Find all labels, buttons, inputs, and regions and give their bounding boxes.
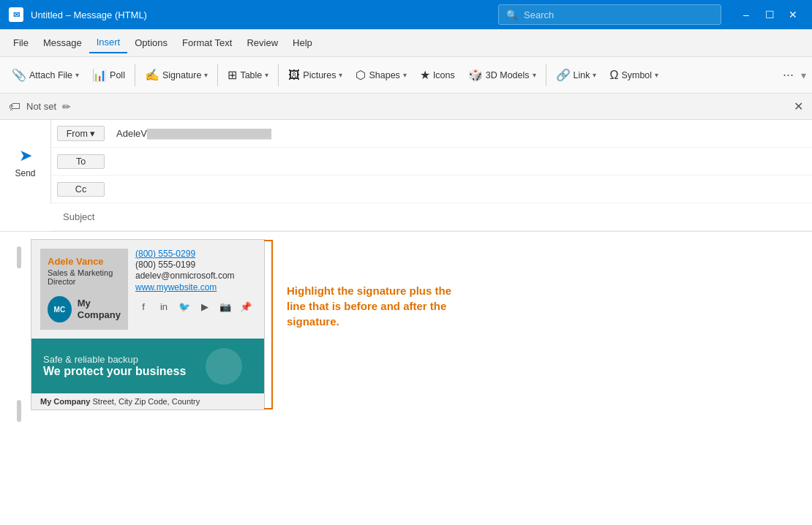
sig-right-panel: (800) 555-0299 (800) 555-0199 adelev@onm… bbox=[135, 249, 255, 330]
signature-icon: ✍ bbox=[145, 68, 159, 82]
ribbon-divider-3 bbox=[278, 64, 279, 86]
attach-file-icon: 📎 bbox=[12, 68, 26, 82]
sig-left-bar bbox=[15, 239, 23, 518]
ribbon-link[interactable]: 🔗 Link ▾ bbox=[550, 64, 603, 86]
cc-field-row: Cc bbox=[51, 175, 812, 203]
edit-tag-button[interactable]: ✏ bbox=[62, 101, 71, 113]
menu-bar: File Message Insert Options Format Text … bbox=[0, 29, 812, 57]
cc-button[interactable]: Cc bbox=[57, 182, 105, 197]
twitter-icon[interactable]: 🐦 bbox=[176, 298, 192, 314]
window-title: Untitled – Message (HTML) bbox=[31, 10, 491, 20]
sig-social-icons: f in 🐦 ▶ 📷 📌 bbox=[135, 298, 255, 314]
to-input[interactable] bbox=[110, 156, 812, 167]
facebook-icon[interactable]: f bbox=[135, 298, 151, 314]
send-label: Send bbox=[15, 168, 35, 178]
youtube-icon[interactable]: ▶ bbox=[197, 298, 213, 314]
ribbon-table[interactable]: ⊞ Table ▾ bbox=[222, 64, 274, 86]
subject-label: Subject bbox=[51, 211, 110, 222]
ribbon-divider-4 bbox=[546, 64, 546, 86]
ribbon-symbol[interactable]: Ω Symbol ▾ bbox=[604, 65, 664, 86]
send-icon: ➤ bbox=[19, 146, 32, 165]
ribbon-shapes[interactable]: ⬡ Shapes ▾ bbox=[350, 64, 412, 86]
cc-input[interactable] bbox=[110, 184, 812, 194]
from-email: AdeleV████████████████████ bbox=[110, 128, 277, 139]
ribbon-attach-file[interactable]: 📎 Attach File ▾ bbox=[6, 64, 85, 86]
3d-models-icon: 🎲 bbox=[468, 68, 483, 82]
ribbon-icons[interactable]: ★ Icons bbox=[414, 64, 461, 86]
email-body[interactable]: Adele Vance Sales & Marketing Director M… bbox=[0, 232, 812, 525]
tag-icon: 🏷 bbox=[9, 100, 20, 113]
close-button[interactable]: ✕ bbox=[783, 4, 803, 25]
poll-icon: 📊 bbox=[92, 68, 107, 82]
sig-website[interactable]: www.mywebsite.com bbox=[135, 282, 255, 292]
signature-inner: Adele Vance Sales & Marketing Director M… bbox=[31, 240, 264, 339]
linkedin-icon[interactable]: in bbox=[156, 298, 172, 314]
link-icon: 🔗 bbox=[556, 68, 571, 82]
ribbon-expand-icon[interactable]: ▾ bbox=[801, 69, 806, 81]
sig-footer-address: Street, City Zip Code, Country bbox=[90, 397, 200, 406]
sig-phone-link[interactable]: (800) 555-0299 bbox=[135, 249, 255, 259]
icons-icon: ★ bbox=[420, 68, 430, 82]
ribbon: 📎 Attach File ▾ 📊 Poll ✍ Signature ▾ ⊞ T… bbox=[0, 57, 812, 94]
symbol-icon: Ω bbox=[609, 69, 618, 82]
title-bar: ✉ Untitled – Message (HTML) 🔍 Search – ☐… bbox=[0, 0, 812, 29]
sig-company-area: MC MyCompany bbox=[48, 296, 121, 322]
sig-company-name: MyCompany bbox=[78, 298, 121, 320]
search-box[interactable]: 🔍 Search bbox=[498, 4, 721, 25]
ribbon-3d-models[interactable]: 🎲 3D Models ▾ bbox=[462, 64, 542, 86]
to-button[interactable]: To bbox=[57, 154, 105, 169]
search-icon: 🔍 bbox=[506, 10, 518, 20]
restore-button[interactable]: ☐ bbox=[759, 4, 780, 25]
ribbon-signature[interactable]: ✍ Signature ▾ bbox=[139, 64, 214, 86]
ribbon-divider-2 bbox=[217, 64, 218, 86]
compose-area: ➤ Send From ▾ AdeleV████████████████████… bbox=[0, 120, 812, 525]
menu-insert[interactable]: Insert bbox=[89, 32, 128, 53]
to-field-row: To bbox=[51, 148, 812, 175]
email-header: ➤ Send From ▾ AdeleV████████████████████… bbox=[0, 120, 812, 232]
signature-container: Adele Vance Sales & Marketing Director M… bbox=[23, 239, 265, 518]
minimize-button[interactable]: – bbox=[736, 4, 756, 25]
close-not-set-button[interactable]: ✕ bbox=[794, 99, 803, 113]
menu-message[interactable]: Message bbox=[36, 33, 89, 53]
pictures-icon: 🖼 bbox=[288, 69, 300, 82]
header-rows: ➤ Send From ▾ AdeleV████████████████████… bbox=[0, 120, 812, 231]
app-icon: ✉ bbox=[9, 7, 23, 22]
menu-format-text[interactable]: Format Text bbox=[175, 33, 239, 53]
sig-name: Adele Vance bbox=[48, 256, 121, 267]
not-set-bar: 🏷 Not set ✏ ✕ bbox=[0, 94, 812, 120]
sig-footer: My Company Street, City Zip Code, Countr… bbox=[31, 393, 264, 409]
send-button[interactable]: ➤ Send bbox=[0, 120, 51, 204]
subject-input[interactable] bbox=[110, 211, 812, 222]
sig-phone: (800) 555-0199 bbox=[135, 260, 195, 270]
ribbon-pictures[interactable]: 🖼 Pictures ▾ bbox=[282, 65, 348, 86]
sig-banner: Safe & reliable backup We protect your b… bbox=[31, 339, 264, 393]
from-button[interactable]: From ▾ bbox=[57, 126, 105, 141]
subject-field-row: Subject bbox=[51, 203, 812, 231]
window-controls: – ☐ ✕ bbox=[736, 4, 803, 25]
ribbon-divider-1 bbox=[135, 64, 135, 86]
sig-banner-line1: Safe & reliable backup bbox=[43, 354, 252, 365]
sig-banner-circle bbox=[206, 348, 242, 385]
search-placeholder: Search bbox=[524, 10, 554, 20]
menu-review[interactable]: Review bbox=[239, 33, 285, 53]
ribbon-poll[interactable]: 📊 Poll bbox=[86, 64, 131, 86]
menu-options[interactable]: Options bbox=[127, 33, 175, 53]
sig-logo: MC bbox=[48, 296, 72, 322]
instagram-icon[interactable]: 📷 bbox=[217, 298, 233, 314]
sig-left-panel: Adele Vance Sales & Marketing Director M… bbox=[40, 249, 128, 330]
callout-text: Highlight the signature plus the line th… bbox=[287, 283, 462, 518]
not-set-label: Not set bbox=[26, 101, 56, 112]
sig-job-title: Sales & Marketing Director bbox=[48, 268, 121, 286]
table-icon: ⊞ bbox=[228, 68, 237, 82]
email-fields: From ▾ AdeleV████████████████████ To Cc … bbox=[51, 120, 812, 231]
menu-file[interactable]: File bbox=[6, 33, 36, 53]
sig-handle-bottom[interactable] bbox=[17, 400, 21, 422]
from-field-row: From ▾ AdeleV████████████████████ bbox=[51, 120, 812, 148]
ribbon-more-button[interactable]: ··· bbox=[777, 64, 800, 86]
pinterest-icon[interactable]: 📌 bbox=[238, 298, 254, 314]
sig-footer-company: My Company bbox=[40, 397, 90, 406]
sig-handle-top[interactable] bbox=[17, 246, 21, 268]
signature-card: Adele Vance Sales & Marketing Director M… bbox=[31, 239, 265, 410]
menu-help[interactable]: Help bbox=[285, 33, 320, 53]
orange-bracket bbox=[264, 240, 273, 409]
